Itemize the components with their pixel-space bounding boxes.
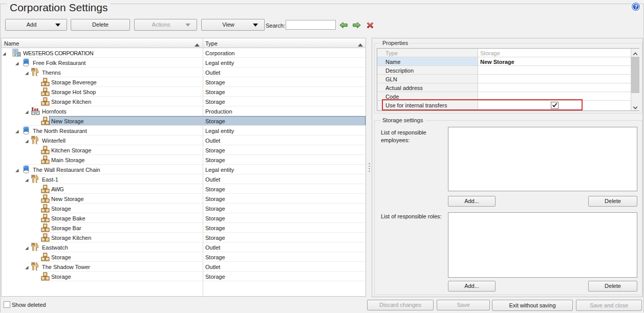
svg-text:?: ?	[634, 4, 638, 10]
